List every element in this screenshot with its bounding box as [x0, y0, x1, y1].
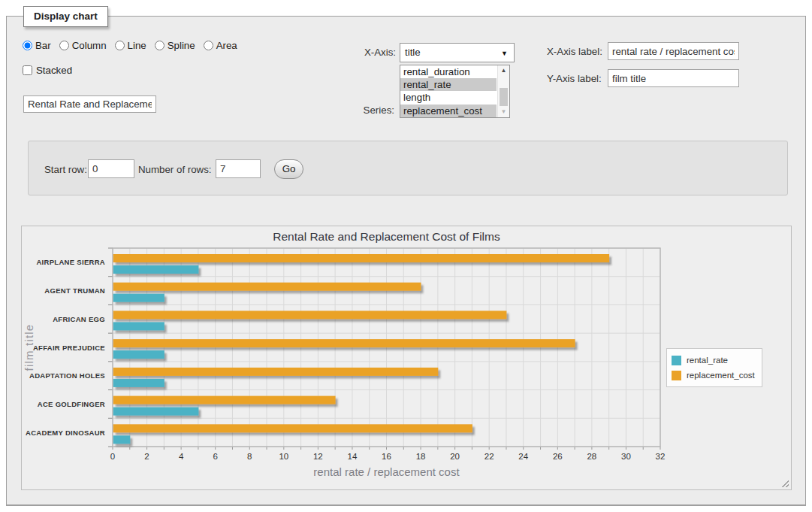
radio-column-label: Column	[72, 40, 107, 51]
category-label: AIRPLANE SIERRA	[36, 258, 105, 266]
go-button[interactable]: Go	[274, 159, 303, 179]
legend-swatch-rental-rate	[672, 356, 681, 365]
y-axis-title: film title	[23, 324, 35, 371]
number-of-rows-input[interactable]	[216, 159, 261, 178]
x-tick-label: 20	[450, 452, 460, 461]
x-tick-label: 24	[518, 452, 528, 461]
radio-spline-label: Spline	[168, 40, 195, 51]
chart-title-input[interactable]	[23, 95, 156, 113]
chart-title: Rental Rate and Replacement Cost of Film…	[273, 230, 500, 243]
row-range-panel: Start row: Number of rows: Go	[28, 141, 788, 195]
series-option-rental-duration[interactable]: rental_duration	[400, 65, 497, 78]
bar-rental_rate	[113, 435, 131, 444]
series-list-label: Series:	[337, 105, 394, 116]
series-option-rental-rate[interactable]: rental_rate	[400, 78, 497, 91]
legend-swatch-replacement-cost	[672, 371, 681, 380]
number-of-rows-label: Number of rows:	[138, 164, 212, 175]
bar-replacement_cost	[113, 254, 609, 262]
x-tick-label: 6	[213, 452, 217, 461]
legend-row-replacement-cost: replacement_cost	[672, 368, 755, 383]
start-row-input[interactable]	[88, 159, 134, 178]
bar-rental_rate	[113, 350, 165, 359]
x-tick-label: 12	[313, 452, 323, 461]
radio-column[interactable]	[59, 41, 69, 50]
chart-type-radios: Bar Column Line Spline Area	[23, 40, 246, 51]
x-tick-label: 2	[144, 452, 149, 461]
scroll-up-icon[interactable]: ▲	[498, 65, 509, 76]
y-axis-label-input[interactable]	[608, 69, 739, 87]
start-row-label: Start row:	[44, 164, 87, 175]
bar-rental_rate	[113, 407, 199, 416]
x-tick-label: 0	[110, 452, 115, 461]
x-tick-label: 8	[247, 452, 252, 461]
bar-replacement_cost	[113, 396, 336, 404]
radio-bar[interactable]	[23, 41, 32, 50]
x-tick-label: 14	[348, 452, 358, 461]
bar-rental_rate	[113, 322, 165, 330]
x-tick-label: 16	[382, 452, 391, 461]
legend-label-replacement-cost: replacement_cost	[687, 371, 755, 380]
scrollbar-thumb[interactable]	[500, 88, 508, 106]
x-axis-select-label: X-Axis:	[337, 47, 396, 58]
x-tick-label: 4	[179, 452, 184, 461]
bar-replacement_cost	[113, 311, 507, 319]
stacked-checkbox[interactable]	[23, 65, 32, 75]
legend-label-rental-rate: rental_rate	[687, 356, 728, 365]
series-listbox[interactable]: rental_duration rental_rate length repla…	[400, 65, 510, 118]
y-axis-label-caption: Y-Axis label:	[547, 73, 602, 84]
bar-replacement_cost	[113, 368, 439, 376]
bar-replacement_cost	[113, 424, 472, 432]
radio-bar-label: Bar	[35, 40, 51, 51]
chevron-down-icon: ▼	[501, 44, 508, 62]
x-axis-select[interactable]: title ▼	[400, 43, 515, 62]
x-tick-label: 10	[279, 452, 288, 461]
series-option-length[interactable]: length	[400, 91, 497, 104]
fieldset-title: Display chart	[23, 6, 108, 27]
x-tick-label: 26	[553, 452, 563, 461]
page: Display chart Bar Column Line Spline Are…	[0, 0, 812, 512]
category-label: AGENT TRUMAN	[44, 286, 105, 295]
bar-rental_rate	[113, 294, 165, 302]
chart-panel: AIRPLANE SIERRAAGENT TRUMANAFRICAN EGGAF…	[21, 226, 792, 490]
category-label: ACADEMY DINOSAUR	[26, 429, 105, 437]
x-tick-label: 30	[621, 452, 631, 461]
chart-legend: rental_rate replacement_cost	[666, 348, 762, 387]
listbox-scrollbar[interactable]: ▲ ▼	[497, 65, 509, 117]
x-axis-selected-value: title	[405, 47, 421, 58]
radio-line[interactable]	[115, 41, 125, 50]
stacked-label: Stacked	[36, 65, 72, 76]
radio-area[interactable]	[204, 41, 213, 50]
bar-replacement_cost	[113, 283, 421, 291]
category-label: ADAPTATION HOLES	[29, 371, 105, 380]
x-tick-label: 18	[416, 452, 426, 461]
radio-spline[interactable]	[155, 41, 165, 50]
display-chart-fieldset: Display chart Bar Column Line Spline Are…	[6, 16, 806, 506]
bar-rental_rate	[113, 379, 165, 387]
x-axis-title: rental rate / replacement cost	[313, 465, 460, 478]
bar-replacement_cost	[113, 339, 575, 347]
radio-area-label: Area	[216, 40, 237, 51]
x-axis-label-input[interactable]	[608, 42, 739, 60]
bar-rental_rate	[113, 265, 199, 274]
x-axis-label-caption: X-Axis label:	[547, 46, 602, 57]
stacked-row: Stacked	[23, 65, 72, 76]
x-tick-label: 22	[484, 452, 494, 461]
legend-row-rental-rate: rental_rate	[672, 353, 755, 368]
category-label: AFFAIR PREJUDICE	[33, 344, 105, 352]
category-label: ACE GOLDFINGER	[38, 400, 105, 408]
x-tick-label: 32	[656, 452, 666, 461]
category-label: AFRICAN EGG	[53, 315, 105, 323]
series-option-replacement-cost[interactable]: replacement_cost	[400, 105, 497, 117]
scroll-down-icon[interactable]: ▼	[498, 107, 509, 117]
x-tick-label: 28	[587, 452, 596, 461]
radio-line-label: Line	[128, 40, 146, 51]
